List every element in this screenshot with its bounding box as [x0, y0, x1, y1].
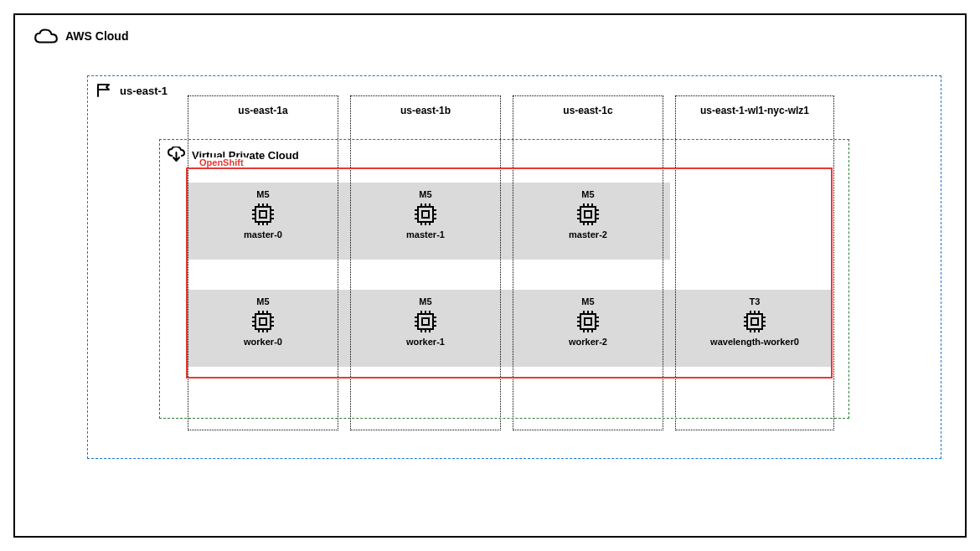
cloud-download-icon — [167, 147, 185, 163]
node-master-0: M5 master-0 — [188, 189, 338, 239]
instance-type: M5 — [581, 189, 594, 199]
instance-type: T3 — [750, 296, 761, 306]
chip-icon — [250, 309, 276, 334]
instance-type: M5 — [581, 296, 594, 306]
region-label: us-east-1 — [95, 83, 168, 98]
az-name: us-east-1b — [351, 105, 500, 116]
flag-icon — [95, 83, 113, 98]
node-name: worker-1 — [406, 337, 445, 347]
region-text: us-east-1 — [120, 85, 168, 97]
node-name: master-0 — [244, 229, 282, 239]
az-name: us-east-1c — [513, 105, 663, 116]
node-name: worker-2 — [569, 337, 607, 347]
cloud-icon — [34, 27, 59, 45]
aws-cloud-text: AWS Cloud — [65, 29, 128, 43]
chip-icon — [575, 309, 601, 334]
instance-type: M5 — [419, 189, 431, 199]
instance-type: M5 — [419, 296, 431, 306]
az-name: us-east-1a — [188, 105, 338, 116]
node-worker-2: M5 worker-2 — [513, 296, 663, 347]
chip-icon — [250, 202, 276, 227]
chip-icon — [413, 309, 438, 334]
openshift-text: OpenShift — [196, 157, 247, 167]
node-name: wavelength-worker0 — [710, 337, 799, 347]
aws-cloud-label: AWS Cloud — [34, 27, 128, 45]
node-master-1: M5 master-1 — [350, 189, 501, 239]
instance-type: M5 — [256, 296, 269, 306]
chip-icon — [575, 202, 601, 227]
node-wavelength-worker0: T3 wavelength-worker0 — [675, 296, 834, 347]
node-name: worker-0 — [244, 337, 282, 347]
node-worker-1: M5 worker-1 — [350, 296, 501, 347]
aws-cloud-box: AWS Cloud us-east-1 us-east-1a us-east-1… — [13, 13, 967, 538]
chip-icon — [413, 202, 438, 227]
node-worker-0: M5 worker-0 — [188, 296, 338, 347]
node-name: master-2 — [569, 229, 607, 239]
node-master-2: M5 master-2 — [513, 189, 663, 239]
node-name: master-1 — [406, 229, 445, 239]
az-name: us-east-1-wl1-nyc-wlz1 — [676, 105, 833, 116]
instance-type: M5 — [256, 189, 269, 199]
chip-icon — [742, 309, 767, 334]
